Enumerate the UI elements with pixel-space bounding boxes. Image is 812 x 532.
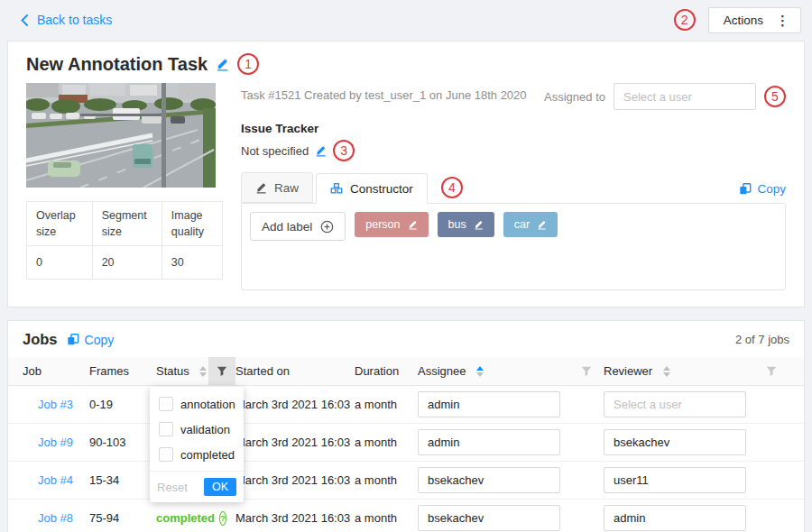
jobs-table-header: Job Frames Status Started on Duration As… <box>8 357 804 386</box>
param-value-overlap: 0 <box>27 246 93 280</box>
param-header-quality: Image quality <box>161 202 222 246</box>
jobs-card: Jobs Copy 2 of 7 jobs Job Frames Status <box>7 320 805 532</box>
back-chevron-icon <box>20 14 29 26</box>
copy-icon <box>67 333 79 346</box>
filter-reset-button[interactable]: Reset <box>157 481 188 494</box>
assigned-to-label: Assigned to <box>544 90 605 104</box>
actions-button[interactable]: Actions ⋮ <box>708 7 801 33</box>
column-job: Job <box>8 364 89 378</box>
job-duration: a month <box>355 398 418 411</box>
more-vertical-icon[interactable]: ⋮ <box>776 14 789 27</box>
edit-label-icon[interactable] <box>408 219 418 230</box>
issue-tracker-label: Issue Tracker <box>241 122 786 135</box>
add-label-button[interactable]: Add label <box>250 212 346 241</box>
job-link[interactable]: Job #3 <box>38 398 73 411</box>
labels-constructor-panel: Add label person <box>241 203 786 290</box>
filter-option-annotation[interactable]: annotation <box>150 391 244 417</box>
label-chip-person[interactable]: person <box>355 212 428 237</box>
tab-raw[interactable]: Raw <box>241 172 313 203</box>
task-parameters-table: Overlap size Segment size Image quality … <box>26 201 223 280</box>
plus-circle-icon <box>320 220 334 234</box>
param-header-segment: Segment size <box>92 202 161 246</box>
reviewer-sorter[interactable] <box>663 366 670 377</box>
job-link[interactable]: Job #8 <box>38 511 73 525</box>
job-duration: a month <box>355 473 418 487</box>
job-link[interactable]: Job #4 <box>38 473 73 487</box>
assignee-sorter[interactable] <box>476 366 484 377</box>
label-chip-bus-name: bus <box>448 218 466 231</box>
assignee-input[interactable] <box>418 391 560 417</box>
status-filter-dropdown: annotation validation completed Reset OK <box>150 387 244 502</box>
filter-ok-button[interactable]: OK <box>204 478 236 496</box>
assigned-to-input[interactable] <box>614 83 756 110</box>
reviewer-input[interactable] <box>604 505 746 531</box>
checkbox-validation[interactable] <box>159 422 173 436</box>
filter-icon <box>581 366 592 377</box>
column-duration: Duration <box>355 364 418 378</box>
copy-icon <box>739 182 752 196</box>
reviewer-input[interactable] <box>604 429 746 455</box>
job-frames: 75-94 <box>89 511 156 525</box>
assignee-input[interactable] <box>418 505 560 531</box>
column-assignee: Assignee <box>418 364 466 378</box>
reviewer-filter-button[interactable] <box>759 366 784 377</box>
task-details-page: Back to tasks 2 Actions ⋮ New Annotation… <box>0 0 812 532</box>
label-chip-car-name: car <box>514 218 530 231</box>
job-link[interactable]: Job #9 <box>38 436 73 449</box>
column-started-on: Started on <box>235 364 355 378</box>
tab-constructor-label: Constructor <box>350 182 413 196</box>
callout-2: 2 <box>674 9 696 31</box>
edit-label-icon[interactable] <box>474 219 484 230</box>
assignee-input[interactable] <box>418 467 560 493</box>
reviewer-input[interactable] <box>604 391 746 417</box>
callout-5: 5 <box>764 86 786 107</box>
reviewer-input[interactable] <box>604 467 746 493</box>
checkbox-annotation[interactable] <box>159 397 173 411</box>
job-status: completed <box>156 511 215 525</box>
column-reviewer: Reviewer <box>604 364 652 378</box>
filter-option-label: completed <box>180 448 235 462</box>
filter-icon <box>217 366 227 377</box>
edit-title-icon[interactable] <box>216 57 229 71</box>
job-row: Job #9 90-103 March 3rd 2021 16:03 a mon… <box>8 424 804 462</box>
job-duration: a month <box>355 436 418 449</box>
task-preview-image <box>26 83 216 188</box>
callout-4: 4 <box>441 177 463 198</box>
filter-icon <box>766 366 777 377</box>
filter-option-label: validation <box>180 423 230 436</box>
label-chip-bus[interactable]: bus <box>438 212 494 237</box>
edit-issue-tracker-icon[interactable] <box>315 144 327 157</box>
edit-label-icon[interactable] <box>537 219 547 230</box>
task-title: New Annotation Task <box>26 54 208 75</box>
column-status: Status <box>156 364 189 378</box>
copy-jobs-label: Copy <box>85 333 115 347</box>
copy-labels-link[interactable]: Copy <box>739 182 786 196</box>
issue-tracker-value: Not specified <box>241 144 309 158</box>
assignee-filter-button[interactable] <box>569 366 604 377</box>
status-filter-button[interactable] <box>208 357 235 385</box>
job-row: Job #3 0-19 March 3rd 2021 16:03 a month <box>8 386 804 424</box>
tab-constructor[interactable]: Constructor <box>316 173 428 204</box>
param-value-segment: 20 <box>92 246 161 280</box>
checkbox-completed[interactable] <box>159 447 173 462</box>
filter-option-completed[interactable]: completed <box>150 442 244 467</box>
job-row: Job #8 75-94 completed ? March 3rd 2021 … <box>8 500 804 532</box>
back-to-tasks-label: Back to tasks <box>37 13 112 27</box>
param-header-overlap: Overlap size <box>27 202 93 246</box>
callout-3: 3 <box>333 140 355 161</box>
job-started-on: March 3rd 2021 16:03 <box>235 511 355 525</box>
back-to-tasks-link[interactable]: Back to tasks <box>20 13 112 27</box>
param-value-quality: 30 <box>161 246 222 280</box>
top-bar: Back to tasks 2 Actions ⋮ <box>0 0 812 40</box>
copy-jobs-link[interactable]: Copy <box>67 333 115 347</box>
assignee-input[interactable] <box>418 429 560 455</box>
status-sorter[interactable] <box>199 366 207 377</box>
callout-1: 1 <box>237 53 259 75</box>
column-frames: Frames <box>89 364 156 378</box>
label-chip-car[interactable]: car <box>503 212 558 237</box>
jobs-count: 2 of 7 jobs <box>735 333 789 346</box>
job-duration: a month <box>355 511 418 525</box>
task-card: New Annotation Task 1 <box>7 41 805 307</box>
filter-option-validation[interactable]: validation <box>150 417 244 442</box>
job-frames: 0-19 <box>89 398 156 411</box>
